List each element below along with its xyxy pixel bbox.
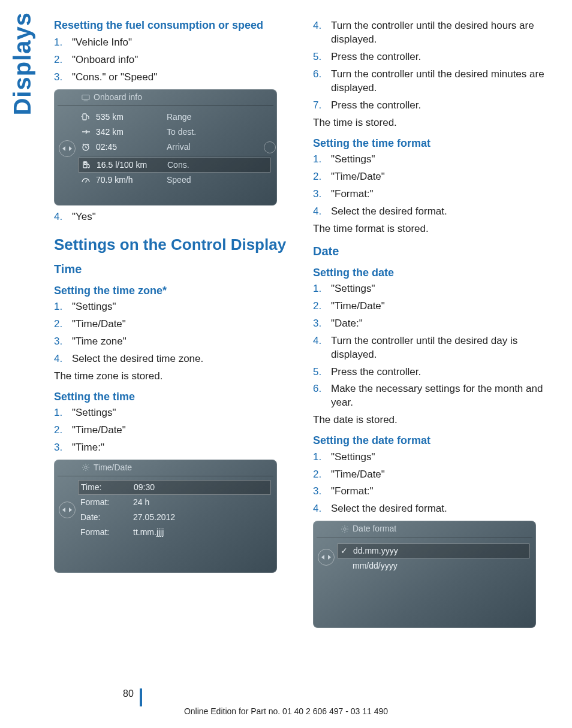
- timedate-value: 09:30: [134, 482, 155, 493]
- onboard-value: 535 km: [96, 111, 162, 123]
- svg-point-7: [85, 182, 86, 183]
- timedate-label: Date:: [80, 512, 128, 523]
- step-text: "Date:": [331, 317, 363, 331]
- side-knob-icon: [264, 141, 276, 153]
- timedate-label: Format:: [80, 527, 128, 538]
- screenshot-time-date: Time/Date Time:09:30Format:24 hDate:27.0…: [54, 460, 277, 573]
- step-text: "Settings": [331, 451, 375, 464]
- fuel-range-icon: [80, 112, 91, 122]
- pump-icon: [81, 160, 92, 170]
- to-dest-icon: [80, 127, 91, 137]
- step-text: "Time/Date": [331, 170, 385, 184]
- left-column: Resetting the fuel consumption or speed …: [54, 18, 295, 633]
- onboard-row: 342 kmTo dest.: [80, 125, 271, 140]
- heading-date: Date: [313, 243, 554, 259]
- onboard-value: 02:45: [96, 141, 162, 153]
- setting-time-steps: 1."Settings"2."Time/Date"3."Time:": [54, 406, 295, 455]
- heading-date-format: Setting the date format: [313, 433, 554, 448]
- svg-point-8: [85, 466, 87, 469]
- step-text: "Settings": [331, 153, 375, 167]
- onboard-row: 16.5 l/100 kmCons.: [78, 158, 271, 173]
- dateformat-title: Date format: [353, 523, 396, 534]
- date-stored: The date is stored.: [313, 413, 554, 427]
- step-text: Select the desired time zone.: [72, 352, 203, 366]
- step-text: "Format:": [331, 188, 374, 201]
- dateformat-option: dd.mm.yyyy: [353, 545, 398, 557]
- right-column: 4.Turn the controller until the desired …: [313, 18, 554, 633]
- svg-point-9: [344, 528, 346, 530]
- step-text: "Time/Date": [72, 424, 126, 437]
- timedate-value: 27.05.2012: [133, 512, 175, 523]
- onboard-label: Cons.: [167, 159, 189, 171]
- onboard-label: Range: [167, 111, 191, 123]
- svg-rect-2: [83, 114, 86, 120]
- screenshot-date-format: Date format ✓dd.mm.yyyymm/dd/yyyy: [313, 521, 536, 628]
- speed-icon: [80, 175, 91, 185]
- svg-point-3: [88, 131, 90, 133]
- onboard-row: 70.9 km/hSpeed: [80, 173, 271, 188]
- step-text: "Time/Date": [331, 468, 385, 482]
- date-format-steps: 1."Settings"2."Time/Date"3."Format:"4.Se…: [313, 451, 554, 516]
- step-text: "Format:": [331, 485, 374, 499]
- step-text: Turn the controller until the desired da…: [331, 334, 554, 362]
- clock-icon: [80, 142, 91, 152]
- onboard-label: Arrival: [167, 141, 191, 153]
- tz-stored: The time zone is stored.: [54, 370, 295, 383]
- timedate-value: 24 h: [133, 497, 149, 508]
- step-text: "Settings": [331, 282, 375, 296]
- step-text: "Onboard info": [72, 53, 138, 67]
- step-text: "Time/Date": [331, 300, 385, 313]
- onboard-value: 342 km: [96, 126, 162, 138]
- tf-stored: The time format is stored.: [313, 222, 554, 236]
- reset-steps: 1."Vehicle Info"2."Onboard info"3."Cons.…: [54, 36, 295, 84]
- time-stored: The time is stored.: [313, 116, 554, 130]
- check-icon: ✓: [340, 545, 348, 557]
- time-format-steps: 1."Settings"2."Time/Date"3."Format:"4.Se…: [313, 153, 554, 219]
- step-text: Press the controller.: [331, 365, 421, 379]
- heading-reset: Resetting the fuel consumption or speed: [54, 18, 295, 32]
- timedate-label: Time:: [81, 482, 129, 493]
- timedate-value: tt.mm.jjjj: [133, 527, 164, 538]
- onboard-label: To dest.: [167, 126, 196, 138]
- step-text: "Cons." or "Speed": [72, 71, 157, 84]
- step-text: Turn the controller until the desired mi…: [331, 68, 554, 95]
- display-icon: [82, 93, 90, 102]
- gear-icon: [341, 525, 349, 533]
- step-text: "Vehicle Info": [72, 36, 132, 50]
- svg-rect-6: [85, 163, 86, 165]
- timedate-title: Time/Date: [94, 462, 132, 473]
- svg-rect-0: [82, 95, 89, 99]
- reset-step4: 4."Yes": [54, 210, 295, 224]
- heading-time-format: Setting the time format: [313, 136, 554, 150]
- step-text: "Settings": [72, 300, 116, 314]
- timedate-row: Format:24 h: [80, 495, 271, 510]
- screenshot-onboard-info: Onboard info 535 kmRange342 kmTo dest.02…: [54, 89, 277, 206]
- step-text: "Yes": [72, 210, 96, 224]
- step-text: "Settings": [72, 406, 116, 420]
- setting-date-steps: 1."Settings"2."Time/Date"3."Date:"4.Turn…: [313, 282, 554, 410]
- nav-arrows-icon: [317, 541, 336, 573]
- onboard-label: Speed: [167, 174, 191, 186]
- step-text: Turn the controller until the desired ho…: [331, 19, 554, 47]
- side-section-label: Displays: [6, 12, 38, 116]
- onboard-value: 16.5 l/100 km: [97, 159, 162, 171]
- setting-time-continued-steps: 4.Turn the controller until the desired …: [313, 19, 554, 113]
- onboard-value: 70.9 km/h: [96, 174, 162, 186]
- heading-setting-time: Setting the time: [54, 389, 295, 404]
- timedate-row: Format:tt.mm.jjjj: [80, 525, 271, 540]
- step-text: "Time:": [72, 441, 104, 455]
- page-number: 80: [123, 687, 134, 700]
- nav-arrows-icon: [58, 480, 77, 540]
- dateformat-row: mm/dd/yyyy: [339, 558, 530, 573]
- heading-settings-control-display: Settings on the Control Display: [54, 236, 295, 254]
- dateformat-option: mm/dd/yyyy: [353, 560, 398, 572]
- time-zone-steps: 1."Settings"2."Time/Date"3."Time zone"4.…: [54, 300, 295, 366]
- dateformat-row: ✓dd.mm.yyyy: [337, 543, 530, 558]
- footer-text: Online Edition for Part no. 01 40 2 606 …: [0, 706, 572, 717]
- step-text: "Time/Date": [72, 318, 126, 331]
- timedate-row: Date:27.05.2012: [80, 510, 271, 525]
- step-text: Make the necessary settings for the mont…: [331, 382, 554, 410]
- onboard-row: 535 kmRange: [80, 110, 271, 125]
- timedate-label: Format:: [80, 497, 128, 508]
- onboard-row: 02:45Arrival: [80, 140, 271, 155]
